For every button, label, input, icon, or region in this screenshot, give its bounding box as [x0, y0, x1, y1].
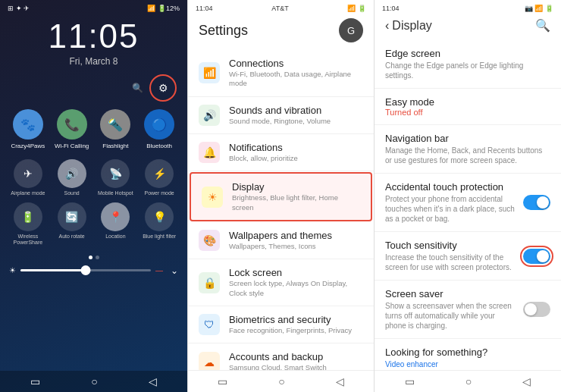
display-settings-content: Edge screen Change the Edge panels or Ed…	[375, 40, 561, 370]
quick-location[interactable]: 📍 Location	[97, 202, 135, 246]
looking-for-title: Looking for something?	[385, 347, 550, 358]
touch-sensitivity-sub: Increase the touch sensitivity of the sc…	[385, 252, 517, 272]
p3-nav-bar: ▭ ○ ◁	[375, 370, 561, 392]
accidental-touch-title: Accidental touch protection	[385, 181, 517, 193]
settings-item-biometrics[interactable]: 🛡 Biometrics and security Face recogniti…	[188, 306, 374, 343]
quick-powershare[interactable]: 🔋 Wireless PowerShare	[9, 202, 47, 246]
nav-bar-title: Navigation bar	[385, 133, 550, 144]
nav-bar-sub: Manage the Home, Back, and Recents butto…	[385, 146, 550, 165]
app-bluetooth[interactable]: 🔵 Bluetooth	[140, 109, 178, 150]
brightness-low-icon: ☀	[9, 266, 16, 274]
accounts-title: Accounts and backup	[229, 351, 363, 362]
settings-item-sound[interactable]: 🔊 Sounds and vibration Sound mode, Ringt…	[188, 97, 374, 134]
p2-status-bar: 11:04 AT&T 📶 🔋	[188, 0, 374, 12]
p2-header: Settings G	[188, 12, 374, 50]
biometrics-icon: 🛡	[199, 314, 220, 335]
p2-nav-back[interactable]: ◁	[336, 375, 344, 387]
notifications-icon: 🔔	[199, 142, 220, 163]
nav-back-button[interactable]: ◁	[149, 375, 157, 387]
p3-time: 11:04	[382, 5, 400, 12]
settings-item-wallpapers[interactable]: 🎨 Wallpapers and themes Wallpapers, Them…	[188, 222, 374, 259]
wifi-icon: 📶	[199, 62, 220, 83]
lock-icon: 🔒	[199, 272, 220, 293]
lock-screen-date: Fri, March 8	[0, 56, 187, 67]
settings-list: 📶 Connections Wi-Fi, Bluetooth, Data usa…	[188, 50, 374, 370]
wallpaper-icon: 🎨	[199, 230, 220, 251]
chevron-down-icon[interactable]: ⌄	[171, 265, 178, 276]
back-icon: ‹	[385, 19, 389, 33]
p2-carrier: AT&T	[271, 5, 288, 12]
touch-sensitivity-title: Touch sensitivity	[385, 240, 517, 251]
wallpapers-sub: Wallpapers, Themes, Icons	[229, 242, 363, 251]
p3-nav-square[interactable]: ▭	[405, 375, 415, 387]
p2-nav-home[interactable]: ○	[278, 375, 284, 387]
quick-bluelight[interactable]: 💡 Blue light filter	[140, 202, 178, 246]
display-page-title: Display	[392, 19, 431, 33]
wallpapers-title: Wallpapers and themes	[229, 230, 363, 241]
p3-nav-home[interactable]: ○	[465, 375, 472, 387]
brightness-track[interactable]	[20, 269, 151, 271]
accidental-touch-item[interactable]: Accidental touch protection Protect your…	[375, 174, 561, 232]
looking-for-item: Looking for something? Video enhancer	[375, 339, 561, 370]
brightness-high-icon: —	[155, 266, 163, 274]
sound-sub: Sound mode, Ringtone, Volume	[229, 117, 363, 126]
p2-signal-icons: 📶 🔋	[347, 5, 366, 12]
edge-screen-sub: Change the Edge panels or Edge lighting …	[385, 61, 550, 80]
touch-sensitivity-item[interactable]: Touch sensitivity Increase the touch sen…	[375, 232, 561, 281]
biometrics-title: Biometrics and security	[229, 314, 363, 325]
quick-rotate[interactable]: 🔄 Auto rotate	[53, 202, 91, 246]
app-grid: 🐾 Crazy4Paws 📞 Wi-Fi Calling 🔦 Flashligh…	[0, 106, 187, 153]
app-wifi-calling[interactable]: 📞 Wi-Fi Calling	[53, 109, 91, 150]
back-button[interactable]: ‹ Display	[385, 19, 432, 33]
search-icon[interactable]: 🔍	[535, 18, 550, 33]
lockscreen-title: Lock screen	[229, 267, 363, 278]
brightness-thumb[interactable]	[81, 265, 91, 275]
p1-status-left: ⊞ ✦ ✈	[8, 5, 30, 12]
nav-bar-item[interactable]: Navigation bar Manage the Home, Back, an…	[375, 125, 561, 174]
p3-header: ‹ Display 🔍	[375, 12, 561, 40]
screen-saver-toggle[interactable]	[523, 302, 550, 317]
gear-icon[interactable]: ⚙	[149, 74, 177, 102]
nav-square-button[interactable]: ▭	[30, 375, 40, 387]
edge-screen-item[interactable]: Edge screen Change the Edge panels or Ed…	[375, 40, 561, 89]
display-sub: Brightness, Blue light filter, Home scre…	[232, 193, 360, 212]
lockscreen-sub: Screen lock type, Always On Display, Clo…	[229, 279, 363, 298]
app-flashlight[interactable]: 🔦 Flashlight	[97, 109, 135, 150]
p2-title: Settings	[199, 23, 248, 39]
settings-item-accounts[interactable]: ☁ Accounts and backup Samsung Cloud, Sma…	[188, 343, 374, 370]
accidental-touch-sub: Protect your phone from accidental touch…	[385, 194, 517, 224]
sound-icon: 🔊	[199, 105, 220, 126]
toggle-thumb	[537, 196, 549, 209]
nav-home-button[interactable]: ○	[91, 375, 97, 387]
biometrics-sub: Face recognition, Fingerprints, Privacy	[229, 326, 363, 335]
settings-item-notifications[interactable]: 🔔 Notifications Block, allow, prioritize	[188, 134, 374, 171]
settings-item-display[interactable]: ☀ Display Brightness, Blue light filter,…	[190, 172, 372, 221]
easy-mode-item[interactable]: Easy mode Turned off	[375, 89, 561, 125]
app-crazypaws[interactable]: 🐾 Crazy4Paws	[9, 109, 47, 150]
settings-item-lockscreen[interactable]: 🔒 Lock screen Screen lock type, Always O…	[188, 259, 374, 306]
looking-for-sub: Video enhancer	[385, 359, 550, 369]
touch-sensitivity-toggle[interactable]	[523, 249, 550, 264]
quick-power[interactable]: ⚡ Power mode	[140, 159, 178, 196]
p2-nav-square[interactable]: ▭	[218, 375, 227, 387]
brightness-slider[interactable]: ☀ — ⌄	[0, 259, 187, 279]
p3-nav-back[interactable]: ◁	[522, 375, 531, 387]
p1-status-bar: ⊞ ✦ ✈ 📶 🔋12%	[0, 0, 187, 12]
display-settings-panel: 11:04 📷 📶 🔋 ‹ Display 🔍 Edge screen Chan…	[375, 0, 561, 392]
quick-airplane[interactable]: ✈ Airplane mode	[9, 159, 47, 196]
notifications-title: Notifications	[229, 142, 363, 153]
connections-title: Connections	[229, 58, 363, 69]
p2-profile-icon[interactable]: G	[339, 18, 363, 42]
screen-saver-item[interactable]: Screen saver Show a screensaver when the…	[375, 281, 561, 339]
lock-screen-time: 11:05	[0, 20, 187, 53]
p2-nav-bar: ▭ ○ ◁	[188, 370, 374, 392]
settings-item-connections[interactable]: 📶 Connections Wi-Fi, Bluetooth, Data usa…	[188, 50, 374, 97]
quick-settings-grid: ✈ Airplane mode 🔊 Sound 📡 Mobile Hotspot…	[0, 153, 187, 252]
quick-hotspot[interactable]: 📡 Mobile Hotspot	[97, 159, 135, 196]
video-enhancer-link[interactable]: Video enhancer	[385, 360, 438, 368]
quick-sound[interactable]: 🔊 Sound	[53, 159, 91, 196]
accounts-sub: Samsung Cloud, Smart Switch	[229, 363, 363, 370]
accidental-touch-toggle[interactable]	[523, 195, 550, 210]
screen-saver-sub: Show a screensaver when the screen turns…	[385, 301, 517, 331]
settings-list-panel: 11:04 AT&T 📶 🔋 Settings G 📶 Connections …	[187, 0, 375, 392]
